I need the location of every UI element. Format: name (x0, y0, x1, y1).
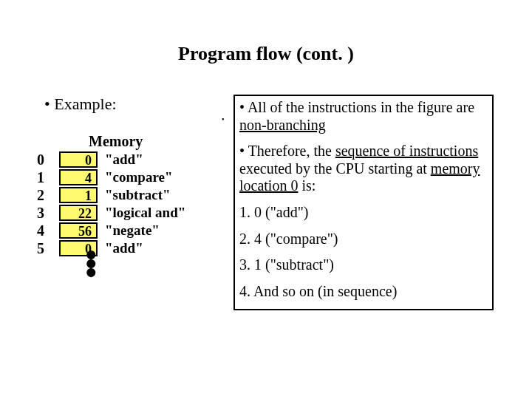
info-step-4: 4. And so on (in sequence) (239, 283, 488, 301)
explanation-box: • All of the instructions in the figure … (233, 95, 494, 310)
text: • Therefore, the (239, 143, 335, 159)
memory-address: 3 (37, 204, 59, 222)
stray-dot-icon: • (222, 115, 225, 123)
memory-mnemonic: "add" (98, 151, 186, 168)
memory-mnemonic: "logical and" (98, 204, 186, 222)
memory-mnemonic: "subtract" (98, 186, 186, 204)
memory-mnemonic: "add" (98, 239, 186, 257)
ellipsis-icon: ●●● (85, 251, 98, 278)
example-bullet: • Example: (44, 95, 117, 114)
memory-row: 1 4 "compare" (37, 168, 186, 186)
memory-row: 0 0 "add" (37, 151, 186, 168)
memory-value: 56 (59, 222, 98, 239)
memory-address: 5 (37, 239, 59, 257)
slide-title: Program flow (cont. ) (0, 0, 532, 65)
memory-value: 1 (59, 187, 98, 203)
info-step-3: 3. 1 ("subtract") (239, 256, 488, 274)
memory-header: Memory (89, 133, 143, 150)
info-para-1: • All of the instructions in the figure … (239, 99, 488, 134)
memory-address: 1 (37, 168, 59, 186)
memory-value: 4 (59, 169, 98, 185)
info-step-2: 2. 4 ("compare") (239, 231, 488, 248)
memory-row: 5 0 "add" (37, 239, 186, 257)
memory-address: 0 (37, 151, 59, 168)
text: is: (298, 177, 316, 194)
info-para-2: • Therefore, the sequence of instruction… (239, 143, 488, 195)
memory-row: 2 1 "subtract" (37, 186, 186, 204)
memory-address: 2 (37, 186, 59, 204)
memory-address: 4 (37, 222, 59, 239)
text: executed by the CPU starting at (239, 160, 431, 177)
memory-mnemonic: "compare" (98, 168, 186, 186)
memory-row: 3 22 "logical and" (37, 204, 186, 222)
memory-table: 0 0 "add" 1 4 "compare" 2 1 "subtract" 3… (37, 151, 186, 257)
underlined-text: non-branching (239, 117, 326, 133)
info-step-1: 1. 0 ("add") (239, 204, 488, 222)
memory-value: 22 (59, 205, 98, 221)
memory-value: 0 (59, 151, 98, 168)
text: • All of the instructions in the figure … (239, 99, 474, 115)
underlined-text: sequence of instructions (335, 143, 478, 159)
memory-row: 4 56 "negate" (37, 222, 186, 239)
memory-mnemonic: "negate" (98, 222, 186, 239)
